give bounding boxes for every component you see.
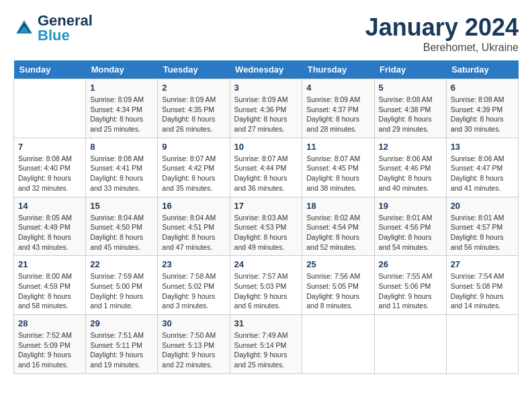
main-title: January 2024: [365, 13, 519, 42]
week-row-5: 28Sunrise: 7:52 AM Sunset: 5:09 PM Dayli…: [14, 315, 519, 374]
logo: GeneralBlue: [13, 13, 93, 43]
day-info: Sunrise: 8:04 AM Sunset: 4:51 PM Dayligh…: [162, 213, 225, 253]
day-info: Sunrise: 8:09 AM Sunset: 4:34 PM Dayligh…: [90, 95, 153, 134]
calendar-cell: 25Sunrise: 7:56 AM Sunset: 5:05 PM Dayli…: [302, 256, 374, 315]
day-info: Sunrise: 8:09 AM Sunset: 4:37 PM Dayligh…: [306, 95, 369, 134]
day-info: Sunrise: 8:05 AM Sunset: 4:49 PM Dayligh…: [18, 213, 81, 253]
calendar-cell: 26Sunrise: 7:55 AM Sunset: 5:06 PM Dayli…: [374, 256, 446, 315]
day-number: 9: [162, 142, 225, 152]
calendar-cell: 11Sunrise: 8:07 AM Sunset: 4:45 PM Dayli…: [302, 138, 374, 197]
day-info: Sunrise: 7:58 AM Sunset: 5:02 PM Dayligh…: [162, 271, 225, 311]
calendar-cell: 16Sunrise: 8:04 AM Sunset: 4:51 PM Dayli…: [158, 197, 230, 256]
calendar-cell: 29Sunrise: 7:51 AM Sunset: 5:11 PM Dayli…: [86, 315, 158, 374]
day-info: Sunrise: 7:59 AM Sunset: 5:00 PM Dayligh…: [90, 271, 153, 311]
day-number: 23: [162, 259, 225, 269]
calendar-cell: 17Sunrise: 8:03 AM Sunset: 4:53 PM Dayli…: [230, 197, 302, 256]
calendar-cell: 6Sunrise: 8:08 AM Sunset: 4:39 PM Daylig…: [446, 79, 518, 138]
day-number: 10: [234, 142, 298, 152]
day-info: Sunrise: 8:08 AM Sunset: 4:39 PM Dayligh…: [451, 95, 514, 134]
day-header-thursday: Thursday: [302, 60, 374, 79]
logo-text: GeneralBlue: [38, 13, 93, 43]
day-number: 11: [306, 142, 369, 152]
day-number: 6: [451, 83, 514, 93]
week-row-3: 14Sunrise: 8:05 AM Sunset: 4:49 PM Dayli…: [14, 197, 519, 256]
calendar-cell: 7Sunrise: 8:08 AM Sunset: 4:40 PM Daylig…: [14, 138, 86, 197]
day-number: 8: [90, 142, 153, 152]
day-info: Sunrise: 7:57 AM Sunset: 5:03 PM Dayligh…: [234, 271, 298, 311]
day-info: Sunrise: 8:08 AM Sunset: 4:40 PM Dayligh…: [18, 154, 81, 193]
calendar-cell: 3Sunrise: 8:09 AM Sunset: 4:36 PM Daylig…: [230, 79, 302, 138]
calendar-cell: 18Sunrise: 8:02 AM Sunset: 4:54 PM Dayli…: [302, 197, 374, 256]
day-info: Sunrise: 8:07 AM Sunset: 4:42 PM Dayligh…: [162, 154, 225, 193]
week-row-1: 1Sunrise: 8:09 AM Sunset: 4:34 PM Daylig…: [14, 79, 519, 138]
calendar-cell: 10Sunrise: 8:07 AM Sunset: 4:44 PM Dayli…: [230, 138, 302, 197]
day-number: 26: [379, 259, 442, 269]
day-info: Sunrise: 7:50 AM Sunset: 5:13 PM Dayligh…: [162, 330, 225, 370]
day-number: 14: [18, 201, 81, 211]
day-info: Sunrise: 8:08 AM Sunset: 4:38 PM Dayligh…: [379, 95, 442, 134]
day-header-tuesday: Tuesday: [158, 60, 230, 79]
day-number: 12: [379, 142, 442, 152]
day-header-friday: Friday: [374, 60, 446, 79]
calendar-cell: 1Sunrise: 8:09 AM Sunset: 4:34 PM Daylig…: [86, 79, 158, 138]
calendar-cell: 8Sunrise: 8:08 AM Sunset: 4:41 PM Daylig…: [86, 138, 158, 197]
week-row-2: 7Sunrise: 8:08 AM Sunset: 4:40 PM Daylig…: [14, 138, 519, 197]
calendar-cell: 2Sunrise: 8:09 AM Sunset: 4:35 PM Daylig…: [158, 79, 230, 138]
calendar-table: SundayMondayTuesdayWednesdayThursdayFrid…: [13, 60, 519, 374]
day-info: Sunrise: 7:55 AM Sunset: 5:06 PM Dayligh…: [379, 271, 442, 311]
day-number: 24: [234, 259, 298, 269]
calendar-cell: 5Sunrise: 8:08 AM Sunset: 4:38 PM Daylig…: [374, 79, 446, 138]
day-number: 20: [451, 201, 514, 211]
day-number: 4: [306, 83, 369, 93]
day-number: 18: [306, 201, 369, 211]
day-header-sunday: Sunday: [14, 60, 86, 79]
logo-icon: [13, 17, 35, 39]
calendar-cell: 21Sunrise: 8:00 AM Sunset: 4:59 PM Dayli…: [14, 256, 86, 315]
day-number: 25: [306, 259, 369, 269]
day-info: Sunrise: 8:06 AM Sunset: 4:47 PM Dayligh…: [451, 154, 514, 193]
day-info: Sunrise: 7:51 AM Sunset: 5:11 PM Dayligh…: [90, 330, 153, 370]
calendar-cell: 9Sunrise: 8:07 AM Sunset: 4:42 PM Daylig…: [158, 138, 230, 197]
day-number: 30: [162, 318, 225, 328]
calendar-cell: 14Sunrise: 8:05 AM Sunset: 4:49 PM Dayli…: [14, 197, 86, 256]
calendar-cell: 12Sunrise: 8:06 AM Sunset: 4:46 PM Dayli…: [374, 138, 446, 197]
day-info: Sunrise: 8:08 AM Sunset: 4:41 PM Dayligh…: [90, 154, 153, 193]
day-info: Sunrise: 7:56 AM Sunset: 5:05 PM Dayligh…: [306, 271, 369, 311]
day-number: 31: [234, 318, 298, 328]
subtitle: Berehomet, Ukraine: [365, 42, 519, 54]
calendar-cell: 28Sunrise: 7:52 AM Sunset: 5:09 PM Dayli…: [14, 315, 86, 374]
day-info: Sunrise: 8:00 AM Sunset: 4:59 PM Dayligh…: [18, 271, 81, 311]
week-row-4: 21Sunrise: 8:00 AM Sunset: 4:59 PM Dayli…: [14, 256, 519, 315]
calendar-cell: 23Sunrise: 7:58 AM Sunset: 5:02 PM Dayli…: [158, 256, 230, 315]
calendar-cell: 20Sunrise: 8:01 AM Sunset: 4:57 PM Dayli…: [446, 197, 518, 256]
day-number: 7: [18, 142, 81, 152]
day-info: Sunrise: 8:07 AM Sunset: 4:45 PM Dayligh…: [306, 154, 369, 193]
calendar-cell: 4Sunrise: 8:09 AM Sunset: 4:37 PM Daylig…: [302, 79, 374, 138]
day-number: 19: [379, 201, 442, 211]
day-info: Sunrise: 8:04 AM Sunset: 4:50 PM Dayligh…: [90, 213, 153, 253]
day-number: 16: [162, 201, 225, 211]
page-header: GeneralBlue January 2024 Berehomet, Ukra…: [13, 13, 519, 54]
calendar-cell: 19Sunrise: 8:01 AM Sunset: 4:56 PM Dayli…: [374, 197, 446, 256]
day-number: 21: [18, 259, 81, 269]
calendar-cell: 30Sunrise: 7:50 AM Sunset: 5:13 PM Dayli…: [158, 315, 230, 374]
day-number: 29: [90, 318, 153, 328]
day-info: Sunrise: 8:01 AM Sunset: 4:56 PM Dayligh…: [379, 213, 442, 253]
calendar-cell: 24Sunrise: 7:57 AM Sunset: 5:03 PM Dayli…: [230, 256, 302, 315]
day-number: 13: [451, 142, 514, 152]
day-header-saturday: Saturday: [446, 60, 518, 79]
calendar-cell: [14, 79, 86, 138]
day-number: 1: [90, 83, 153, 93]
day-info: Sunrise: 8:09 AM Sunset: 4:35 PM Dayligh…: [162, 95, 225, 134]
day-info: Sunrise: 7:49 AM Sunset: 5:14 PM Dayligh…: [234, 330, 298, 370]
calendar-cell: 13Sunrise: 8:06 AM Sunset: 4:47 PM Dayli…: [446, 138, 518, 197]
day-header-monday: Monday: [86, 60, 158, 79]
calendar-cell: 22Sunrise: 7:59 AM Sunset: 5:00 PM Dayli…: [86, 256, 158, 315]
day-info: Sunrise: 7:54 AM Sunset: 5:08 PM Dayligh…: [451, 271, 514, 311]
header-row: SundayMondayTuesdayWednesdayThursdayFrid…: [14, 60, 519, 79]
day-info: Sunrise: 8:02 AM Sunset: 4:54 PM Dayligh…: [306, 213, 369, 253]
day-number: 17: [234, 201, 298, 211]
day-number: 5: [379, 83, 442, 93]
title-block: January 2024 Berehomet, Ukraine: [365, 13, 519, 54]
day-info: Sunrise: 8:01 AM Sunset: 4:57 PM Dayligh…: [451, 213, 514, 253]
